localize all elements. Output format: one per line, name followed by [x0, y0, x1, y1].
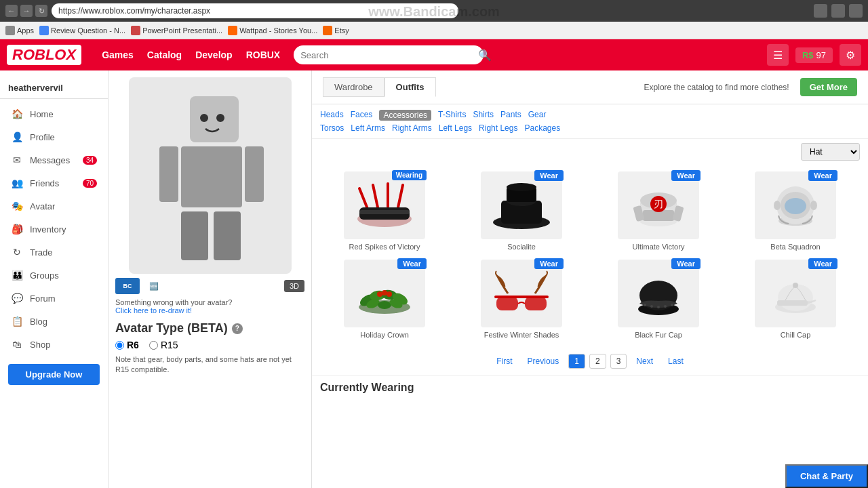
forward-btn[interactable]: →	[20, 5, 33, 17]
item-name-1: Socialite	[507, 242, 536, 251]
sidebar-item-profile[interactable]: 👤 Profile	[0, 125, 108, 148]
filter-accessories[interactable]: Accessories	[379, 110, 431, 121]
upgrade-button[interactable]: Upgrade Now	[8, 364, 100, 385]
nav-catalog[interactable]: Catalog	[147, 49, 182, 60]
bookmark-review[interactable]: Review Question - N...	[39, 26, 125, 35]
pagination-page-3[interactable]: 3	[610, 354, 627, 369]
filter-row-1: Heads Faces Accessories T-Shirts Shirts …	[320, 110, 860, 121]
sidebar-item-trade[interactable]: ↻ Trade	[0, 241, 108, 264]
search-button[interactable]: 🔍	[478, 49, 492, 62]
nav-games[interactable]: Games	[102, 49, 134, 60]
r15-radio[interactable]	[149, 341, 158, 350]
hat-type-dropdown[interactable]: Hat Hair Face Neck Shoulder Front Back W…	[801, 143, 860, 161]
pagination-next[interactable]: Next	[631, 354, 658, 368]
star-icon[interactable]	[814, 4, 827, 18]
avatar-note: Note that gear, body parts, and some hat…	[115, 354, 304, 375]
wear-btn-6[interactable]: Wear	[671, 258, 701, 269]
sidebar: heathervervil 🏠 Home 👤 Profile ✉ Message…	[0, 70, 108, 488]
redraw-link[interactable]: Click here to re-draw it!	[115, 306, 304, 314]
groups-icon: 👪	[11, 269, 23, 281]
sidebar-item-avatar[interactable]: 🎭 Avatar	[0, 195, 108, 218]
search-input[interactable]	[294, 45, 484, 64]
sidebar-item-groups[interactable]: 👪 Groups	[0, 264, 108, 287]
r6-radio[interactable]	[115, 341, 124, 350]
pagination-page-2[interactable]: 2	[589, 354, 606, 369]
get-more-button[interactable]: Get More	[800, 78, 857, 96]
wear-btn-1[interactable]: Wear	[534, 170, 564, 181]
wear-btn-4[interactable]: Wear	[397, 258, 427, 269]
bookmark-wattpad[interactable]: Wattpad - Stories You...	[228, 26, 317, 35]
bc-label: 🆕	[149, 282, 159, 291]
settings-icon-btn[interactable]: ⚙	[840, 44, 861, 66]
filter-tshirts[interactable]: T-Shirts	[438, 110, 466, 121]
sidebar-item-messages[interactable]: ✉ Messages 34	[0, 148, 108, 171]
r15-option[interactable]: R15	[149, 340, 178, 350]
chat-party-button[interactable]: Chat & Party	[785, 464, 868, 488]
pagination-first[interactable]: First	[491, 354, 517, 368]
wear-btn-3[interactable]: Wear	[808, 170, 837, 181]
filter-torsos[interactable]: Torsos	[320, 123, 344, 133]
bookmark-etsy[interactable]: Etsy	[323, 26, 349, 35]
wearing-btn-0[interactable]: Wearing	[392, 170, 427, 180]
avatar-panel: BC 🆕 3D Something wrong with your avatar…	[108, 70, 312, 488]
filter-packages[interactable]: Packages	[524, 123, 560, 133]
filter-left-legs[interactable]: Left Legs	[439, 123, 472, 133]
filter-right-legs[interactable]: Right Legs	[479, 123, 517, 133]
sidebar-item-home[interactable]: 🏠 Home	[0, 102, 108, 125]
menu-icon-btn[interactable]: ☰	[767, 44, 789, 66]
roblox-logo[interactable]: ROBLOX	[7, 45, 81, 65]
avatar-controls: BC 🆕 3D	[115, 278, 304, 294]
messages-icon: ✉	[11, 154, 23, 166]
tab-outfits[interactable]: Outfits	[384, 77, 436, 97]
dropdown-row: Hat Hair Face Neck Shoulder Front Back W…	[312, 139, 868, 165]
bookmark-ppt[interactable]: PowerPoint Presentati...	[131, 26, 222, 35]
pagination-page-1[interactable]: 1	[568, 354, 585, 369]
sidebar-item-blog[interactable]: 📋 Blog	[0, 310, 108, 333]
help-icon[interactable]: ?	[232, 323, 243, 334]
item-card-1: Wear Socialite	[457, 171, 586, 251]
svg-line-11	[373, 185, 378, 207]
bookmark-apps[interactable]: Apps	[5, 26, 34, 35]
extension-icon[interactable]	[831, 4, 845, 18]
pagination-prev[interactable]: Previous	[522, 354, 565, 368]
nav-robux[interactable]: ROBUX	[246, 49, 281, 60]
forum-icon: 💬	[11, 292, 23, 304]
filter-right-arms[interactable]: Right Arms	[392, 123, 432, 133]
svg-rect-5	[245, 146, 264, 202]
wear-btn-5[interactable]: Wear	[534, 258, 564, 269]
filter-gear[interactable]: Gear	[528, 110, 547, 121]
avatar-type-title: Avatar Type (BETA) ?	[115, 321, 304, 336]
pagination-last[interactable]: Last	[663, 354, 689, 368]
address-bar[interactable]: https://www.roblox.com/my/character.aspx	[52, 3, 458, 18]
sidebar-item-friends[interactable]: 👥 Friends 70	[0, 171, 108, 195]
filter-heads[interactable]: Heads	[320, 110, 344, 121]
wear-btn-7[interactable]: Wear	[808, 258, 837, 269]
filter-left-arms[interactable]: Left Arms	[351, 123, 385, 133]
tab-wardrobe[interactable]: Wardrobe	[323, 77, 384, 97]
wear-btn-2[interactable]: Wear	[671, 170, 701, 181]
sidebar-item-forum[interactable]: 💬 Forum	[0, 287, 108, 310]
refresh-btn[interactable]: ↻	[35, 5, 47, 17]
bookmark-apps-label: Apps	[17, 26, 34, 35]
svg-line-10	[359, 188, 368, 209]
sidebar-item-inventory[interactable]: 🎒 Inventory	[0, 218, 108, 241]
back-btn[interactable]: ←	[5, 5, 18, 17]
item-visual-4	[354, 270, 415, 317]
filter-shirts[interactable]: Shirts	[473, 110, 494, 121]
filter-pants[interactable]: Pants	[500, 110, 521, 121]
home-icon: 🏠	[11, 108, 23, 120]
svg-rect-48	[525, 297, 547, 310]
item-card-3: Wear	[731, 171, 860, 251]
menu-icon[interactable]	[849, 4, 863, 18]
item-card-7: Wear	[731, 260, 860, 340]
svg-point-2	[216, 114, 224, 122]
robux-display: R$ 97	[795, 47, 833, 63]
item-name-3: Beta Squadron	[770, 242, 820, 251]
filter-faces[interactable]: Faces	[351, 110, 373, 121]
item-visual-1	[491, 182, 552, 229]
sidebar-item-shop[interactable]: 🛍 Shop	[0, 333, 108, 356]
sidebar-trade-label: Trade	[30, 247, 52, 258]
nav-develop[interactable]: Develop	[195, 49, 232, 60]
r6-option[interactable]: R6	[115, 340, 139, 350]
view-3d-button[interactable]: 3D	[284, 280, 304, 292]
